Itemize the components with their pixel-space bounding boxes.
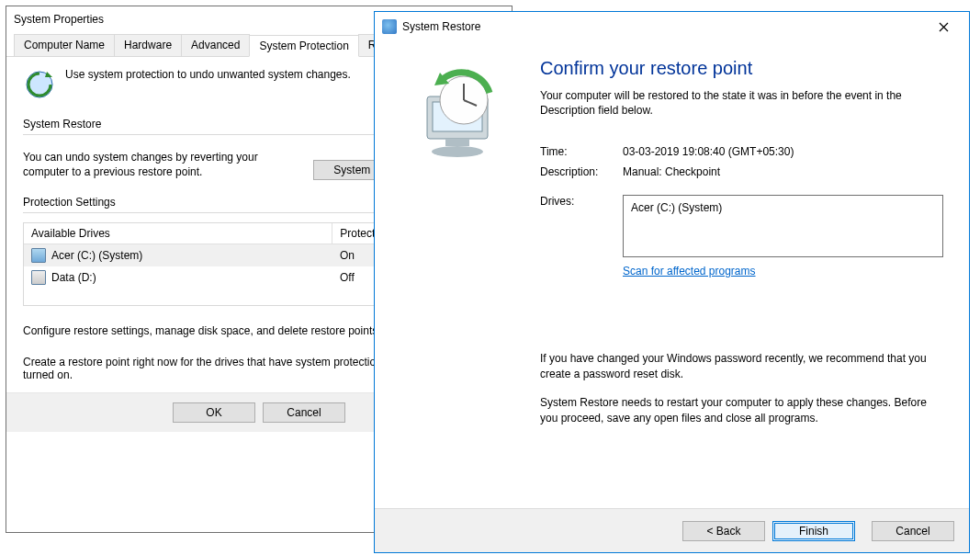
scan-affected-link[interactable]: Scan for affected programs <box>623 265 756 278</box>
ok-button[interactable]: OK <box>173 402 255 423</box>
col-drives[interactable]: Available Drives <box>24 223 332 244</box>
wizard-body: Confirm your restore point Your computer… <box>375 41 969 508</box>
wizard-sidebar <box>375 41 540 508</box>
shield-restore-icon <box>23 68 56 101</box>
wizard-footer: < Back Finish Cancel <box>375 508 969 552</box>
titlebar: System Restore <box>375 12 969 41</box>
wizard-content: Confirm your restore point Your computer… <box>540 41 969 508</box>
close-icon <box>939 22 949 32</box>
time-label: Time: <box>540 145 623 158</box>
tab-hardware[interactable]: Hardware <box>114 34 182 56</box>
restore-illustration-icon <box>407 60 508 170</box>
drives-item[interactable]: Acer (C:) (System) <box>631 201 935 214</box>
svg-point-5 <box>432 146 483 157</box>
intro-text: Use system protection to undo unwanted s… <box>65 68 351 81</box>
drive-icon <box>31 248 46 263</box>
wizard-heading: Confirm your restore point <box>540 58 943 79</box>
description-label: Description: <box>540 165 623 178</box>
description-value: Manual: Checkpoint <box>623 165 720 178</box>
tab-system-protection[interactable]: System Protection <box>249 35 358 57</box>
note-password: If you have changed your Windows passwor… <box>540 351 943 382</box>
tab-computer-name[interactable]: Computer Name <box>14 34 115 56</box>
field-time: Time: 03-03-2019 19:08:40 (GMT+05:30) <box>540 145 943 158</box>
note-restart: System Restore needs to restart your com… <box>540 395 943 426</box>
back-button[interactable]: < Back <box>682 521 765 541</box>
field-description: Description: Manual: Checkpoint <box>540 165 943 178</box>
system-restore-window: System Restore Confirm your restore poin… <box>374 11 970 553</box>
finish-button[interactable]: Finish <box>772 521 855 541</box>
wizard-description: Your computer will be restored to the st… <box>540 88 943 118</box>
window-title: System Restore <box>402 20 925 33</box>
close-button[interactable] <box>925 14 962 40</box>
time-value: 03-03-2019 19:08:40 (GMT+05:30) <box>623 145 794 158</box>
drive-name: Acer (C:) (System) <box>51 249 142 262</box>
field-drives: Drives: Acer (C:) (System) <box>540 195 943 257</box>
cancel-button[interactable]: Cancel <box>872 521 954 541</box>
drives-listbox[interactable]: Acer (C:) (System) <box>623 195 943 257</box>
cancel-button[interactable]: Cancel <box>263 402 345 423</box>
drives-label: Drives: <box>540 195 623 208</box>
restore-text: You can undo system changes by reverting… <box>23 150 299 179</box>
app-icon <box>382 19 397 34</box>
create-text: Create a restore point right now for the… <box>23 356 389 381</box>
svg-rect-4 <box>445 139 469 146</box>
svg-marker-1 <box>45 72 52 77</box>
configure-text: Configure restore settings, manage disk … <box>23 324 389 337</box>
wizard-notes: If you have changed your Windows passwor… <box>540 351 943 425</box>
drive-icon <box>31 270 46 285</box>
drive-name: Data (D:) <box>51 271 96 284</box>
tab-advanced[interactable]: Advanced <box>181 34 250 56</box>
